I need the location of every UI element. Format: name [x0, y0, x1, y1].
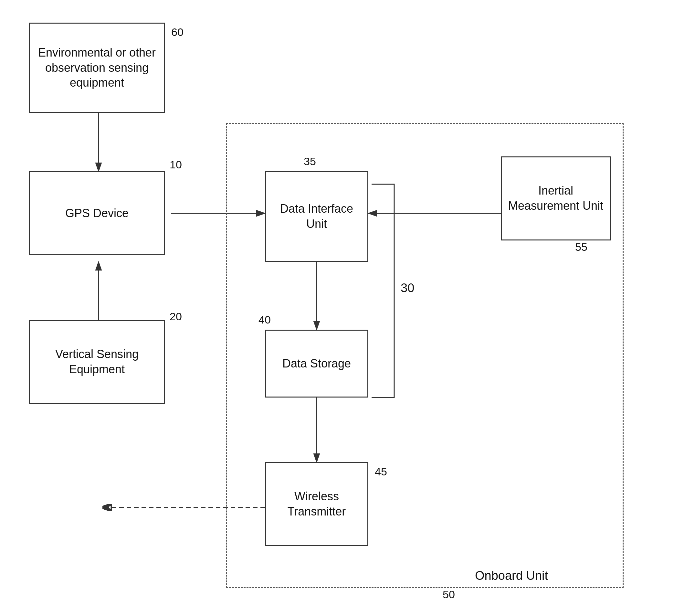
data-storage-ref: 40 — [258, 313, 271, 326]
inertial-ref: 55 — [575, 241, 587, 253]
data-interface-label: Data Interface Unit — [269, 201, 364, 232]
data-storage-label: Data Storage — [283, 356, 351, 371]
vertical-sensing-ref: 20 — [170, 310, 182, 323]
env-sensing-box: Environmental or other observation sensi… — [29, 23, 165, 113]
wireless-transmitter-label: Wireless Transmitter — [269, 489, 364, 519]
data-interface-ref: 35 — [304, 155, 316, 168]
vertical-sensing-box: Vertical Sensing Equipment — [29, 320, 165, 404]
data-storage-box: Data Storage — [265, 330, 368, 398]
onboard-unit-label: Onboard Unit — [475, 569, 548, 583]
wireless-transmitter-box: Wireless Transmitter — [265, 462, 368, 546]
wireless-transmitter-ref: 45 — [375, 466, 387, 478]
vertical-sensing-label: Vertical Sensing Equipment — [33, 347, 160, 377]
diagram: Environmental or other observation sensi… — [0, 0, 674, 616]
gps-device-ref: 10 — [170, 159, 182, 171]
onboard-unit-ref: 50 — [443, 588, 455, 601]
inertial-label: Inertial Measurement Unit — [505, 183, 606, 214]
gps-device-box: GPS Device — [29, 171, 165, 255]
env-sensing-ref: 60 — [171, 26, 184, 38]
data-interface-box: Data Interface Unit — [265, 171, 368, 262]
gps-device-label: GPS Device — [65, 206, 129, 221]
group-ref: 30 — [401, 281, 414, 295]
inertial-box: Inertial Measurement Unit — [501, 157, 611, 240]
env-sensing-label: Environmental or other observation sensi… — [33, 45, 160, 91]
